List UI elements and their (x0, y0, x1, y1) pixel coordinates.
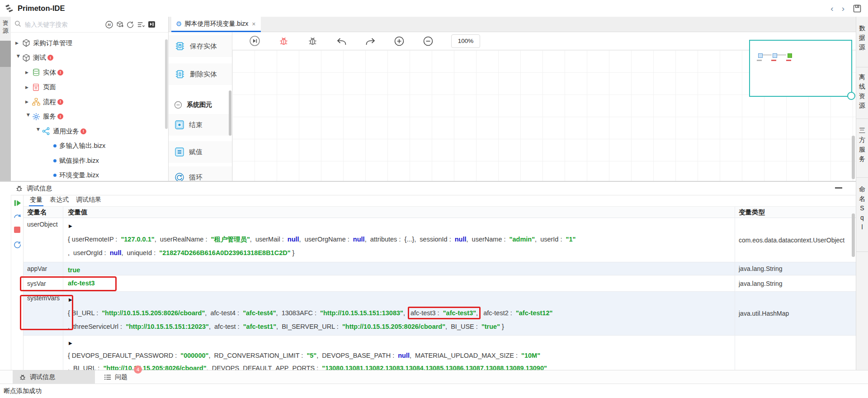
rail-tab-named-sql[interactable]: 命名Sql (856, 185, 868, 232)
undo-icon[interactable] (335, 35, 347, 47)
palette-item-end[interactable]: 结束 (169, 114, 232, 136)
expand-toggle-icon[interactable]: ▶ (69, 297, 72, 302)
tree-item[interactable]: ▶测试! (15, 51, 53, 65)
tree-item[interactable]: ▶服务! (25, 109, 63, 124)
nav-forward-icon[interactable]: › (842, 4, 844, 13)
debug-settings-bug-icon[interactable] (307, 35, 318, 47)
rail-tab-offline-resources[interactable]: 离线资源 (856, 72, 868, 110)
value-line: { userRemoteIP : "127.0.0.1", userRealNa… (68, 232, 735, 246)
stop-icon[interactable] (14, 226, 21, 235)
export-panel-icon[interactable] (148, 21, 156, 28)
title-bar: Primeton-IDE ‹ › (0, 0, 868, 17)
save-icon[interactable] (853, 4, 862, 13)
debug-run-icon[interactable] (249, 35, 260, 47)
chevron-right-icon[interactable]: ▶ (25, 100, 32, 104)
debug-tab-0[interactable]: 变量 (29, 195, 43, 206)
minimap-resize-handle[interactable] (847, 92, 855, 100)
palette-item-delete-entity[interactable]: 删除实体 (169, 63, 232, 85)
variable-value-cell: ▶{ BI_URL : "http://10.15.15.205:8026/cb… (63, 292, 735, 335)
refresh-icon[interactable] (127, 21, 134, 28)
palette-item-save-entity[interactable]: 保存实体 (169, 35, 232, 57)
resume-icon[interactable] (14, 199, 22, 209)
chevron-right-icon[interactable]: ▶ (15, 41, 22, 45)
minimap[interactable] (749, 40, 852, 97)
value-segment: afc-test3 : (410, 309, 443, 317)
value-segment: , userOrgName : (299, 236, 353, 243)
tree-item[interactable]: ▶采购订单管理 (15, 36, 72, 50)
redo-icon[interactable] (364, 35, 376, 47)
tree-item[interactable]: 赋值操作.bizx (45, 153, 99, 168)
value-segment: "http://10.15.15.205:8026/cboard" (342, 323, 445, 330)
error-badge: ! (57, 70, 63, 76)
value-segment: , userId : (535, 236, 566, 243)
table-vertical-scrollbar[interactable] (852, 213, 855, 257)
tree-item[interactable]: ▶页面 (25, 80, 56, 95)
expand-toggle-icon[interactable]: ▶ (69, 341, 72, 346)
step-over-icon[interactable] (14, 213, 22, 222)
bizx-file-dot-icon (53, 144, 57, 147)
bottom-tab-problems[interactable]: 问题 (100, 370, 150, 384)
rail-tab-resources[interactable]: 资源 (0, 17, 11, 41)
palette-item-assign[interactable]: 赋值 (169, 141, 232, 163)
minimap-task-node (773, 53, 777, 58)
tree-item-label: 环境变量.bizx (59, 171, 99, 180)
problems-count-badge: 4 (134, 365, 142, 374)
rail-divider (856, 251, 868, 252)
value-segment: null (353, 236, 365, 243)
debug-tab-1[interactable]: 表达式 (49, 195, 70, 206)
tree-item[interactable]: 多输入输出.bizx (45, 139, 105, 153)
chevron-right-icon[interactable]: ▶ (25, 70, 32, 75)
chevron-down-icon[interactable]: ▶ (36, 128, 41, 134)
restart-icon[interactable] (14, 241, 21, 250)
new-package-icon[interactable] (116, 21, 123, 28)
tab-close-icon[interactable]: × (252, 20, 255, 28)
palette-item-loop[interactable]: 循环 (169, 166, 232, 181)
bottom-tab-debug-info[interactable]: 调试信息 (13, 370, 95, 384)
minimize-panel-icon[interactable] (835, 187, 842, 189)
value-segment: } (291, 249, 295, 256)
rail-tab-third-party-services[interactable]: 三方服务 (856, 126, 868, 164)
variable-type-cell: java.lang.String (735, 275, 856, 291)
chevron-down-icon[interactable]: ▶ (26, 114, 31, 120)
palette-scrollbar[interactable] (229, 90, 231, 136)
expand-toggle-icon[interactable]: ▶ (69, 223, 72, 228)
rail-divider (856, 177, 868, 178)
chevron-down-icon[interactable]: ▶ (16, 55, 21, 61)
error-badge: ! (80, 128, 86, 134)
debug-tab-2[interactable]: 调试结果 (75, 195, 102, 206)
tab-script-env-vars[interactable]: ⚙ 脚本使用环境变量.bizx × (171, 17, 261, 32)
zoom-out-icon[interactable] (422, 35, 434, 47)
zoom-level[interactable]: 100% (451, 34, 480, 48)
page-icon (32, 83, 40, 91)
collapse-circle-icon[interactable] (174, 101, 182, 109)
svg-text:AI: AI (108, 23, 111, 26)
sort-list-icon[interactable] (137, 21, 145, 28)
minimap-edge (777, 55, 786, 55)
value-segment: , userName : (467, 236, 509, 243)
canvas-vertical-scrollbar[interactable] (852, 136, 855, 179)
search-input[interactable] (24, 21, 89, 28)
table-row-userObject: userObject▶{ userRemoteIP : "127.0.0.1",… (24, 218, 856, 262)
value-segment: "afc-test4" (243, 309, 276, 317)
left-rail-scroll-thumb[interactable] (0, 41, 11, 67)
problems-list-icon (104, 374, 111, 380)
tree-item[interactable]: ▶实体! (25, 65, 63, 80)
ai-icon[interactable]: AI (105, 21, 113, 28)
nav-back-icon[interactable]: ‹ (830, 4, 833, 13)
value-segment: "000000" (180, 352, 208, 359)
tree-item-label: 实体 (43, 68, 56, 77)
variable-value-cell: ▶{ userRemoteIP : "127.0.0.1", userRealN… (63, 218, 735, 262)
explorer-scrollbar[interactable] (165, 39, 168, 129)
tree-item[interactable]: ▶通用业务! (35, 124, 86, 138)
stop-debug-bug-icon[interactable] (278, 35, 289, 47)
zoom-in-icon[interactable] (393, 35, 405, 47)
value-segment: } (500, 323, 504, 330)
value-segment: afc-test2 : (481, 309, 516, 317)
palette-section-system-elements[interactable]: 系统图元 (169, 99, 232, 111)
package-icon (22, 53, 30, 62)
tab-label: 脚本使用环境变量.bizx (184, 20, 248, 28)
rail-tab-datasource[interactable]: 数据源 (856, 24, 868, 52)
chevron-right-icon[interactable]: ▶ (25, 85, 32, 90)
tree-item[interactable]: ▶流程! (25, 95, 63, 109)
tree-item[interactable]: 环境变量.bizx (45, 168, 99, 183)
